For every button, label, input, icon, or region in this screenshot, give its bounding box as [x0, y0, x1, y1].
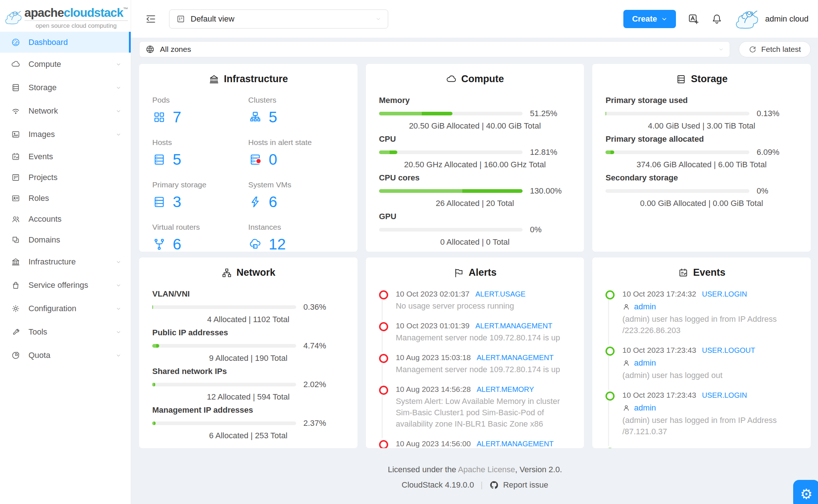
stat-hosts-alert[interactable]: Hosts in alert state 0 [248, 138, 344, 167]
stat-clusters[interactable]: Clusters 5 [248, 96, 344, 125]
zone-row: All zones Fetch latest [139, 41, 811, 57]
sidebar-item-quota[interactable]: Quota [0, 344, 131, 367]
event-tag-link[interactable]: USER.LOGOUT [702, 345, 755, 355]
hosts-alert-icon [248, 153, 262, 167]
stat-pods[interactable]: Pods 7 [152, 96, 248, 125]
user-menu[interactable]: admin cloud [734, 7, 809, 31]
sidebar-item-label: Images [28, 130, 55, 139]
progress-fill [152, 344, 159, 348]
monkey-cloud-avatar [734, 7, 761, 31]
sidebar-item-label: Configuration [28, 304, 76, 313]
sidebar-item-service-offerings[interactable]: Service offerings [0, 274, 131, 297]
fork-icon [152, 237, 166, 251]
menu-fold-icon[interactable] [145, 13, 157, 25]
view-icon [176, 14, 186, 24]
sidebar-item-events[interactable]: Events [0, 146, 131, 167]
progress-track [379, 189, 523, 193]
sidebar-item-accounts[interactable]: Accounts [0, 209, 131, 229]
sidebar-item-compute[interactable]: Compute [0, 53, 131, 76]
event-message: (admin) user has logged out [622, 370, 798, 381]
cloud-icon [446, 74, 457, 85]
alert-tag-link[interactable]: ALERT.MANAGEMENT [477, 353, 554, 362]
sidebar-item-projects[interactable]: Projects [0, 167, 131, 188]
event-message: (admin) user has logged in from IP Addre… [622, 415, 798, 437]
translate-icon[interactable] [688, 13, 699, 25]
metric-gpu: GPU 0% 0 Allocated | 0 Total [379, 212, 571, 247]
fetch-latest-button[interactable]: Fetch latest [739, 41, 811, 57]
progress-track [379, 150, 523, 154]
sidebar-item-storage[interactable]: Storage [0, 76, 131, 99]
progress-track [379, 228, 523, 232]
page-footer: Licensed under the Apache License, Versi… [139, 465, 811, 490]
alert-date: 10 Aug 2023 14:56:00 [396, 439, 471, 448]
sidebar-item-images[interactable]: Images [0, 123, 131, 146]
chevron-down-icon [116, 62, 121, 67]
progress-track [605, 150, 749, 154]
stat-system-vms[interactable]: System VMs 6 [248, 180, 344, 210]
header-actions: Create admin cloud [623, 7, 809, 31]
sidebar-item-network[interactable]: Network [0, 99, 131, 123]
infrastructure-card-title: Infrastructure [152, 73, 344, 85]
pie-chart-icon [11, 351, 20, 360]
stat-virtual-routers[interactable]: Virtual routers 6 [152, 223, 248, 252]
alerts-card-title: Alerts [379, 267, 571, 278]
metric-shared-network-ips: Shared network IPs 2.02% 12 Allocated | … [152, 367, 344, 402]
bell-icon[interactable] [711, 13, 723, 25]
apartment-icon [221, 267, 232, 278]
alert-tag-link[interactable]: ALERT.MANAGEMENT [477, 439, 554, 448]
create-button[interactable]: Create [623, 10, 676, 28]
stat-primary-storage[interactable]: Primary storage 3 [152, 180, 248, 210]
infrastructure-stats: Pods 7 Clusters 5 Hosts 5 Hosts in ale [152, 96, 344, 252]
sidebar-item-dashboard[interactable]: Dashboard [0, 32, 131, 53]
sidebar-item-configuration[interactable]: Configuration [0, 297, 131, 320]
project-icon [11, 173, 20, 182]
sidebar-item-infrastructure[interactable]: Infrastructure [0, 250, 131, 274]
event-tag-link[interactable]: USER.LOGIN [702, 390, 747, 400]
brand-logo[interactable]: apachecloudstack™ open source cloud comp… [0, 0, 131, 32]
event-user-link[interactable]: admin [634, 358, 656, 368]
chevron-down-icon [116, 283, 121, 288]
zone-selector[interactable]: All zones [139, 41, 730, 57]
stat-instances[interactable]: Instances 12 [248, 223, 344, 252]
sidebar-item-domains[interactable]: Domains [0, 229, 131, 250]
sidebar-item-label: Quota [28, 351, 50, 360]
view-selector[interactable]: Default view [169, 9, 388, 28]
network-card: Network VLAN/VNI 0.36% 4 Allocated | 110… [139, 257, 358, 448]
alert-date: 10 Aug 2023 14:56:28 [396, 385, 471, 394]
metric-memory: Memory 51.25% 20.50 GiB Allocated | 40.0… [379, 96, 571, 131]
cloud-icon [11, 60, 20, 69]
settings-fab-button[interactable]: ⚙ [793, 480, 818, 504]
event-tag-link[interactable]: USER.LOGOUT [702, 447, 755, 448]
team-icon [11, 214, 20, 224]
report-issue-link[interactable]: Report issue [503, 480, 548, 490]
event-item: 10 Oct 2023 17:22:42USER.LOGOUT [605, 447, 798, 448]
view-selector-value: Default view [191, 14, 234, 24]
stat-hosts[interactable]: Hosts 5 [152, 138, 248, 167]
alert-tag-link[interactable]: ALERT.MANAGEMENT [475, 321, 553, 331]
alert-tag-link[interactable]: ALERT.MEMORY [477, 385, 534, 394]
storage-card-title: Storage [605, 73, 798, 85]
sidebar-item-tools[interactable]: Tools [0, 320, 131, 344]
shopping-bag-icon [11, 280, 20, 290]
alerts-card: Alerts 10 Oct 2023 02:01:37ALERT.USAGE N… [366, 257, 584, 448]
sidebar-item-roles[interactable]: Roles [0, 188, 131, 209]
bank-icon [11, 257, 20, 267]
metric-cpu: CPU 12.81% 20.50 GHz Allocated | 160.00 … [379, 134, 571, 169]
caret-down-icon [661, 16, 667, 22]
alert-tag-link[interactable]: ALERT.USAGE [475, 289, 525, 299]
picture-icon [11, 130, 20, 139]
bank-icon [209, 74, 219, 85]
sidebar-item-label: Tools [28, 327, 47, 337]
chevron-down-icon [116, 108, 121, 114]
event-item: 10 Oct 2023 17:23:43USER.LOGIN admin (ad… [605, 390, 798, 437]
progress-track [152, 305, 296, 309]
metric-management-ips: Management IP addresses 2.37% 6 Allocate… [152, 405, 344, 440]
event-user-link[interactable]: admin [634, 302, 656, 312]
event-user-link[interactable]: admin [634, 403, 656, 413]
globe-icon [145, 45, 155, 54]
apache-license-link[interactable]: Apache License [458, 465, 515, 474]
alert-item: 10 Aug 2023 15:03:18ALERT.MANAGEMENT Man… [379, 353, 571, 375]
top-header: Default view Create [131, 0, 818, 38]
event-tag-link[interactable]: USER.LOGIN [702, 289, 747, 299]
sidebar-item-label: Compute [28, 60, 61, 69]
